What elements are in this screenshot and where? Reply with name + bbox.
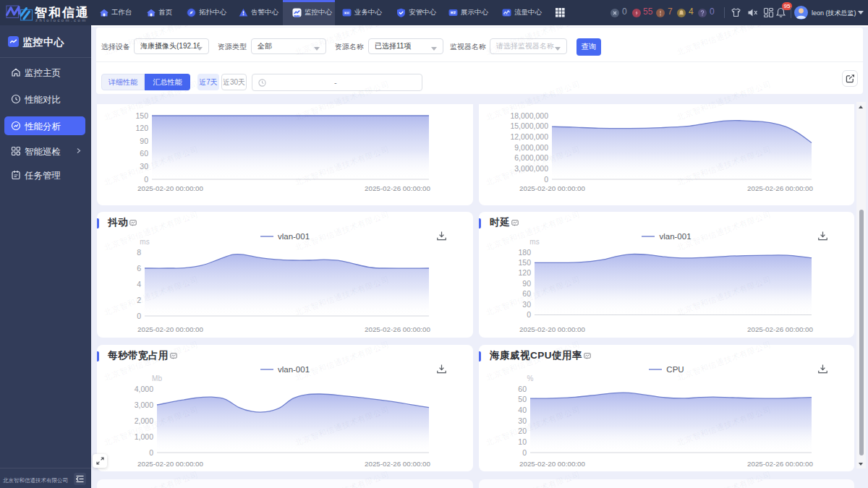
svg-text:0: 0 xyxy=(522,448,527,457)
svg-text:0: 0 xyxy=(144,175,148,184)
svg-text:ms: ms xyxy=(529,238,539,246)
svg-text:120: 120 xyxy=(135,124,148,132)
svg-text:2025-02-20 00:00:00: 2025-02-20 00:00:00 xyxy=(519,184,586,192)
svg-text:120: 120 xyxy=(518,268,531,277)
svg-text:180: 180 xyxy=(518,248,531,257)
svg-text:1,000: 1,000 xyxy=(135,432,153,441)
svg-text:Mb: Mb xyxy=(152,374,162,382)
svg-text:2,000: 2,000 xyxy=(135,416,153,425)
svg-text:0: 0 xyxy=(544,175,548,184)
svg-text:8: 8 xyxy=(137,248,141,257)
svg-text:15,000,000: 15,000,000 xyxy=(510,121,548,130)
svg-text:4,000: 4,000 xyxy=(135,385,153,393)
svg-text:9,000,000: 9,000,000 xyxy=(514,143,548,152)
svg-text:40: 40 xyxy=(518,406,527,414)
svg-text:30: 30 xyxy=(140,162,148,171)
svg-text:6: 6 xyxy=(137,264,141,273)
svg-text:60: 60 xyxy=(522,289,531,298)
svg-text:60: 60 xyxy=(140,149,148,158)
svg-text:2025-02-26 00:00:00: 2025-02-26 00:00:00 xyxy=(747,460,814,468)
svg-text:0: 0 xyxy=(527,310,531,319)
svg-text:2025-02-20 00:00:00: 2025-02-20 00:00:00 xyxy=(519,460,586,468)
svg-text:50: 50 xyxy=(518,395,527,403)
svg-text:6,000,000: 6,000,000 xyxy=(514,153,548,162)
svg-text:30: 30 xyxy=(518,416,527,425)
svg-text:3,000: 3,000 xyxy=(135,401,153,409)
svg-text:%: % xyxy=(527,374,534,382)
svg-text:ms: ms xyxy=(140,238,149,246)
svg-text:90: 90 xyxy=(522,279,531,288)
svg-text:2025-02-26 00:00:00: 2025-02-26 00:00:00 xyxy=(747,325,814,333)
svg-text:2025-02-26 00:00:00: 2025-02-26 00:00:00 xyxy=(365,460,431,468)
svg-text:2025-02-26 00:00:00: 2025-02-26 00:00:00 xyxy=(365,184,431,192)
svg-text:30: 30 xyxy=(522,300,531,309)
svg-text:0: 0 xyxy=(149,448,153,457)
svg-text:4: 4 xyxy=(137,280,141,288)
svg-text:2025-02-20 00:00:00: 2025-02-20 00:00:00 xyxy=(137,184,204,192)
svg-text:10: 10 xyxy=(518,437,527,446)
svg-text:150: 150 xyxy=(518,258,531,267)
svg-text:0: 0 xyxy=(137,312,141,320)
svg-text:150: 150 xyxy=(135,111,148,120)
svg-text:2025-02-20 00:00:00: 2025-02-20 00:00:00 xyxy=(137,460,204,468)
svg-text:2025-02-26 00:00:00: 2025-02-26 00:00:00 xyxy=(747,184,814,192)
svg-text:12,000,000: 12,000,000 xyxy=(510,132,548,141)
svg-text:20: 20 xyxy=(518,427,527,435)
svg-text:2025-02-20 00:00:00: 2025-02-20 00:00:00 xyxy=(137,325,204,333)
svg-text:3,000,000: 3,000,000 xyxy=(514,164,548,173)
svg-text:2: 2 xyxy=(137,296,141,304)
svg-text:60: 60 xyxy=(518,385,527,393)
svg-text:18,000,000: 18,000,000 xyxy=(510,111,548,120)
svg-text:2025-02-26 00:00:00: 2025-02-26 00:00:00 xyxy=(365,325,431,333)
svg-text:2025-02-20 00:00:00: 2025-02-20 00:00:00 xyxy=(519,325,586,333)
svg-text:90: 90 xyxy=(140,137,148,145)
